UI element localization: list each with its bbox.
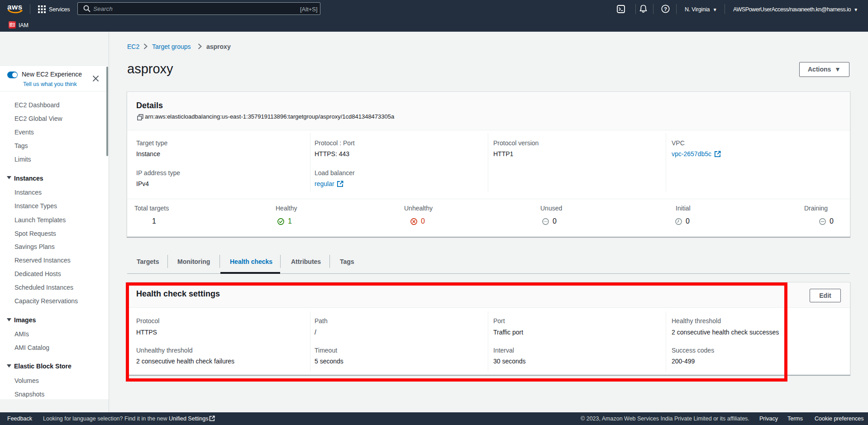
- svg-text:?: ?: [664, 6, 667, 12]
